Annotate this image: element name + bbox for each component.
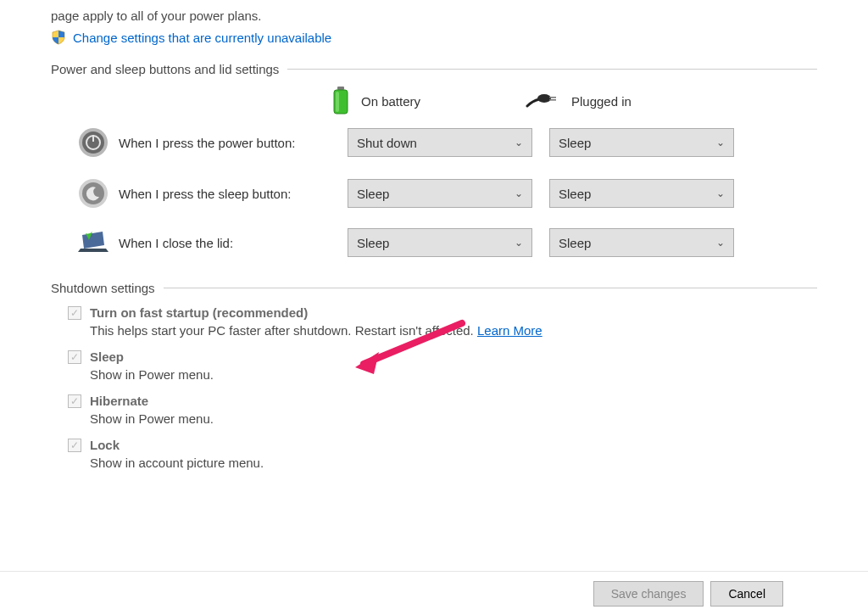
section-label: Power and sleep buttons and lid settings xyxy=(51,62,279,76)
sleep-button-icon xyxy=(68,177,119,210)
lid-battery-dropdown[interactable]: Sleep ⌄ xyxy=(348,228,532,257)
dropdown-value: Sleep xyxy=(357,236,389,250)
sleep-button-label: When I press the sleep button: xyxy=(119,187,348,201)
lid-plugged-dropdown[interactable]: Sleep ⌄ xyxy=(549,228,734,257)
cancel-button[interactable]: Cancel xyxy=(710,581,783,607)
chevron-down-icon: ⌄ xyxy=(716,137,725,148)
sleep-button-battery-dropdown[interactable]: Sleep ⌄ xyxy=(348,179,532,208)
lock-title: Lock xyxy=(90,438,120,452)
sleep-item: Sleep Show in Power menu. xyxy=(68,349,817,382)
dropdown-value: Sleep xyxy=(559,236,591,250)
svg-rect-9 xyxy=(92,135,94,142)
svg-point-7 xyxy=(82,131,104,154)
intro-text: page apply to all of your power plans. xyxy=(51,8,817,23)
dropdown-value: Sleep xyxy=(559,187,591,201)
section-header-buttons: Power and sleep buttons and lid settings xyxy=(51,62,817,76)
section-header-shutdown: Shutdown settings xyxy=(51,281,817,295)
section-label: Shutdown settings xyxy=(51,281,155,295)
battery-icon xyxy=(331,85,351,118)
sleep-checkbox[interactable] xyxy=(68,350,81,364)
sleep-title: Sleep xyxy=(90,349,124,364)
lock-desc: Show in account picture menu. xyxy=(68,456,817,470)
power-button-battery-dropdown[interactable]: Shut down ⌄ xyxy=(348,128,532,157)
lock-item: Lock Show in account picture menu. xyxy=(68,438,817,470)
section-rule xyxy=(164,288,817,288)
hibernate-title: Hibernate xyxy=(90,394,148,408)
lock-checkbox[interactable] xyxy=(68,439,81,452)
chevron-down-icon: ⌄ xyxy=(515,237,523,249)
fast-startup-desc: This helps start your PC faster after sh… xyxy=(90,323,474,338)
hibernate-checkbox[interactable] xyxy=(68,394,81,408)
power-button-plugged-dropdown[interactable]: Sleep ⌄ xyxy=(549,128,734,157)
svg-rect-5 xyxy=(549,99,556,101)
fast-startup-item: Turn on fast startup (recommended) This … xyxy=(68,305,817,338)
footer-bar: Save changes Cancel xyxy=(0,571,868,615)
fast-startup-checkbox[interactable] xyxy=(68,306,81,320)
sleep-desc: Show in Power menu. xyxy=(68,367,817,382)
fast-startup-title: Turn on fast startup (recommended) xyxy=(90,305,308,320)
chevron-down-icon: ⌄ xyxy=(515,187,523,199)
column-header-plugged: Plugged in xyxy=(526,91,721,112)
save-changes-button[interactable]: Save changes xyxy=(593,581,704,607)
hibernate-item: Hibernate Show in Power menu. xyxy=(68,394,817,426)
section-rule xyxy=(287,69,817,70)
svg-rect-0 xyxy=(337,87,344,90)
power-button-label: When I press the power button: xyxy=(119,136,348,150)
change-settings-link[interactable]: Change settings that are currently unava… xyxy=(73,31,331,45)
column-label: On battery xyxy=(361,94,420,109)
hibernate-desc: Show in Power menu. xyxy=(68,411,817,426)
plug-icon xyxy=(526,91,561,112)
svg-rect-4 xyxy=(549,97,556,98)
chevron-down-icon: ⌄ xyxy=(716,237,725,249)
sleep-button-plugged-dropdown[interactable]: Sleep ⌄ xyxy=(549,179,734,208)
learn-more-link[interactable]: Learn More xyxy=(477,323,542,338)
dropdown-value: Shut down xyxy=(357,136,417,150)
lid-label: When I close the lid: xyxy=(119,236,348,250)
shield-icon xyxy=(51,30,66,45)
dropdown-value: Sleep xyxy=(357,187,389,201)
dropdown-value: Sleep xyxy=(559,136,591,150)
chevron-down-icon: ⌄ xyxy=(515,137,523,148)
column-label: Plugged in xyxy=(571,94,632,109)
column-header-battery: On battery xyxy=(331,85,526,118)
svg-point-3 xyxy=(537,94,551,103)
lid-icon xyxy=(68,230,119,255)
chevron-down-icon: ⌄ xyxy=(716,187,725,199)
power-button-icon xyxy=(68,126,119,159)
svg-rect-2 xyxy=(336,92,339,112)
